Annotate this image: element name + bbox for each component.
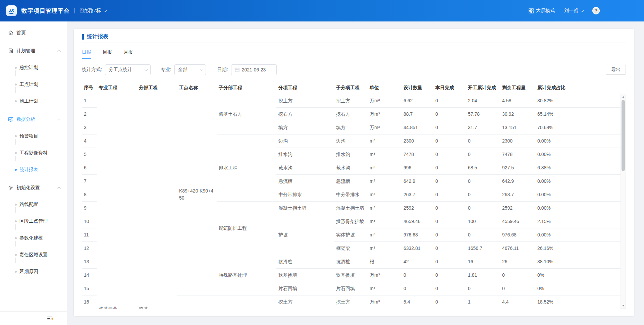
home-icon <box>8 30 13 36</box>
table-cell: 0 <box>433 161 466 174</box>
table-cell: 路基专业 <box>97 94 137 309</box>
table-cell: 0 <box>433 121 466 134</box>
sidebar-subitem-施工计划[interactable]: 施工计划 <box>0 93 67 110</box>
column-header: 累计完成占比 <box>535 82 621 94</box>
big-screen-mode-button[interactable]: 大屏模式 <box>529 8 555 14</box>
export-button[interactable]: 导出 <box>606 65 626 75</box>
tab-月报[interactable]: 月报 <box>123 49 133 59</box>
table-cell: 挖土方 <box>276 295 334 309</box>
merged-cell-text: 砌筑防护工程 <box>219 225 274 232</box>
scroll-up-arrow[interactable]: ▲ <box>621 94 626 99</box>
vertical-scrollbar[interactable]: ▲ ▼ <box>621 94 626 309</box>
sidebar-menu: 首页计划管理总控计划工点计划施工计划数据分析预警项目工程影像资料统计报表初始化设… <box>0 21 67 280</box>
tab-周报[interactable]: 周报 <box>103 49 112 59</box>
column-header: 本日完成 <box>433 82 466 94</box>
sidebar-subitem-工点计划[interactable]: 工点计划 <box>0 76 67 93</box>
bullet-icon <box>15 237 17 239</box>
major-value: 全部 <box>178 67 187 73</box>
table-cell: 0 <box>466 174 500 188</box>
table-cell: 7478 <box>401 148 433 161</box>
table-cell: 7 <box>82 174 97 188</box>
sidebar-item-计划管理[interactable]: 计划管理 <box>0 43 67 59</box>
table-cell: m³ <box>368 241 401 255</box>
date-picker[interactable]: 2021-06-23 <box>231 64 277 75</box>
card-title-row: 统计报表 <box>82 29 626 43</box>
project-switcher[interactable]: 巴彭路7标 <box>79 8 106 14</box>
merged-cell-text: 特殊路基处理 <box>219 272 274 279</box>
table-cell: 927.5 <box>500 161 535 174</box>
app-title: 数字项目管理平台 <box>21 7 70 15</box>
table-cell: 2300 <box>500 134 535 148</box>
plan-icon <box>8 48 13 54</box>
sidebar-subitem-label: 工程影像资料 <box>19 150 48 156</box>
sidebar-subitem-label: 总控计划 <box>19 65 38 71</box>
table-cell: 急流槽 <box>276 174 334 188</box>
sidebar-subitem-参数化建模[interactable]: 参数化建模 <box>0 230 67 247</box>
sidebar-subitem-label: 责任区域设置 <box>19 252 48 258</box>
table-cell: 13.151 <box>500 121 535 134</box>
table-cell: 16 <box>466 255 500 268</box>
table-cell: 11 <box>82 228 97 241</box>
table-cell: 0 <box>466 201 500 215</box>
table-cell: 1 <box>466 295 500 309</box>
table-cell: m³ <box>368 161 401 174</box>
sidebar-subitem-责任区域设置[interactable]: 责任区域设置 <box>0 247 67 263</box>
table-cell: m³ <box>368 188 401 201</box>
sidebar-subitem-延期原因[interactable]: 延期原因 <box>0 263 67 280</box>
sidebar-subitem-预警项目[interactable]: 预警项目 <box>0 128 67 145</box>
sidebar-subitem-统计报表[interactable]: 统计报表 <box>0 161 67 178</box>
table-cell: 26 <box>500 255 535 268</box>
table-cell: 中分带排水 <box>334 188 368 201</box>
column-header: 工点名称 <box>177 82 217 94</box>
tab-日报[interactable]: 日报 <box>82 49 91 59</box>
table-cell: 57.78 <box>466 107 500 121</box>
table-cell: 4 <box>82 134 97 148</box>
table-cell: 18.52% <box>535 295 621 309</box>
table-cell: 片石回填 <box>276 282 334 295</box>
merged-cell-text: K89+420-K90+450 <box>179 187 215 202</box>
big-screen-label: 大屏模式 <box>536 8 555 14</box>
table-header-row: 序号专业工程分部工程工点名称子分部工程分项工程子分项工程单位设计数量本日完成开工… <box>82 82 621 94</box>
sidebar-subitem-路线配置[interactable]: 路线配置 <box>0 196 67 213</box>
sidebar-subitem-总控计划[interactable]: 总控计划 <box>0 59 67 76</box>
table-cell: 4659.46 <box>401 215 433 228</box>
table-cell: 0.00% <box>535 174 621 188</box>
column-header: 子分部工程 <box>217 82 276 94</box>
column-header: 专业工程 <box>97 82 137 94</box>
date-label: 日期: <box>217 67 228 73</box>
sidebar-item-数据分析[interactable]: 数据分析 <box>0 111 67 128</box>
table-cell: 0 <box>401 268 433 282</box>
sidebar-item-label: 初始化设置 <box>16 185 40 191</box>
table-cell: 软基换填 <box>276 268 334 282</box>
help-button[interactable]: ? <box>592 7 600 14</box>
scroll-down-arrow[interactable]: ▼ <box>621 303 626 308</box>
table-cell: 0 <box>466 148 500 161</box>
stat-mode-select[interactable]: 分工点统计 <box>105 64 151 75</box>
menu-fold-icon[interactable] <box>47 316 53 321</box>
header-divider <box>74 8 75 13</box>
table-cell: 截水沟 <box>334 161 368 174</box>
major-select[interactable]: 全部 <box>174 64 206 75</box>
stat-mode-label: 统计方式: <box>82 67 102 73</box>
merged-cell-text: 路基专业 <box>99 306 135 309</box>
table-cell: 10 <box>82 215 97 228</box>
sidebar-item-初始化设置[interactable]: 初始化设置 <box>0 179 67 196</box>
sidebar-subitem-label: 参数化建模 <box>19 235 43 241</box>
table-cell: 砌筑防护工程 <box>217 201 276 255</box>
table-cell: 4676.11 <box>500 241 535 255</box>
table-cell: 排水沟 <box>276 148 334 161</box>
table-cell: m³ <box>368 215 401 228</box>
user-menu[interactable]: 刘一哲 <box>564 8 583 14</box>
sidebar-item-首页[interactable]: 首页 <box>0 24 67 41</box>
table-cell: 1.81 <box>466 268 500 282</box>
sidebar-subitem-区段工点管理[interactable]: 区段工点管理 <box>0 213 67 230</box>
bullet-icon <box>15 169 17 171</box>
chevron-up-icon <box>57 118 61 121</box>
table-cell: 14 <box>82 268 97 282</box>
table-cell: 片石回填 <box>334 282 368 295</box>
bullet-icon <box>15 84 17 86</box>
table-cell: 16 <box>82 295 97 309</box>
scrollbar-thumb[interactable] <box>622 100 625 171</box>
table-cell: 0 <box>433 282 466 295</box>
sidebar-subitem-工程影像资料[interactable]: 工程影像资料 <box>0 145 67 161</box>
